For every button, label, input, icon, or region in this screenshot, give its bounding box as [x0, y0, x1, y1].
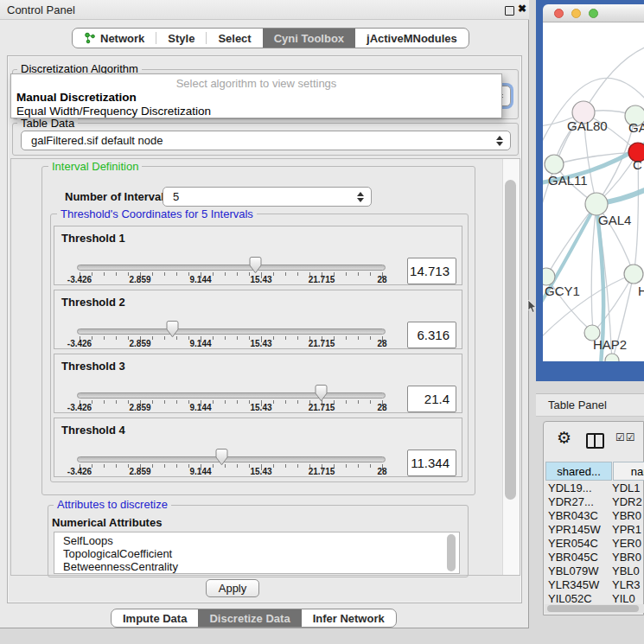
slider-scale-label: 21.715	[302, 275, 341, 284]
slider-tick	[273, 400, 274, 404]
split-columns-icon[interactable]	[586, 433, 604, 449]
table-data-selected-value: galFiltered.sif default node	[22, 134, 493, 147]
desktop: Control Panel ✖ NetworkStyleSelectCyni T…	[0, 0, 644, 644]
slider-scale-label: 2.859	[120, 275, 160, 284]
combo-arrows-icon	[354, 192, 367, 202]
node-label-gcy1: GCY1	[545, 284, 580, 298]
cell-name: YPR1	[612, 523, 641, 536]
node-label-gal11: GAL11	[548, 173, 588, 188]
table-row[interactable]: YIL052CYIL0	[545, 592, 644, 603]
tab-discretize-data[interactable]: Discretize Data	[198, 609, 301, 627]
threshold-2-panel: Threshold 2-3.4262.8599.14415.4321.71528…	[54, 290, 462, 349]
tab-impute-data[interactable]: Impute Data	[112, 609, 198, 627]
slider-scale-label: 9.144	[181, 467, 220, 476]
threshold-4-panel: Threshold 4-3.4262.8599.14415.4321.71528…	[54, 418, 462, 477]
table-panel-window: ⚙ ☑☑ shared... name YDL19...YDL1YDR27...…	[543, 421, 644, 615]
threshold-3-slider-track[interactable]	[77, 392, 386, 399]
column-header-name[interactable]: name	[613, 462, 644, 481]
slider-tick	[176, 272, 177, 276]
table-row[interactable]: YDR27...YDR2	[545, 495, 644, 509]
table-data-group-label: Table Data	[17, 118, 78, 130]
combo-arrows-icon	[493, 136, 507, 146]
slider-scale-label: -3.426	[60, 467, 99, 476]
node-bottom[interactable]	[605, 354, 619, 361]
slider-tick	[358, 400, 359, 404]
tab-jactivemnodules[interactable]: jActiveMNodules	[355, 29, 469, 48]
mouse-cursor-icon	[527, 300, 538, 314]
dropdown-option-equal-width-frequency[interactable]: Equal Width/Frequency Discretization	[16, 105, 211, 118]
float-window-icon[interactable]	[505, 6, 514, 16]
attribute-item-topologicalcoefficient[interactable]: TopologicalCoefficient	[54, 547, 459, 560]
cell-shared-name: YER054C	[545, 537, 612, 551]
close-icon[interactable]: ✖	[518, 3, 526, 15]
tab-network[interactable]: Network	[73, 29, 156, 48]
slider-tick	[346, 400, 347, 404]
tab-cyni-toolbox[interactable]: Cyni Toolbox	[263, 29, 355, 48]
slider-tick	[273, 336, 274, 340]
attribute-item-selfloops[interactable]: SelfLoops	[54, 532, 459, 547]
table-hscrollbar-track[interactable]	[545, 604, 644, 613]
slider-tick	[358, 464, 359, 468]
threshold-1-slider-thumb[interactable]	[249, 256, 262, 274]
tab-select[interactable]: Select	[207, 29, 262, 48]
network-canvas[interactable]: GAL80GACGAL11GAL4GCY1HHAP2	[543, 22, 644, 361]
minimize-traffic-light-icon[interactable]	[571, 9, 581, 18]
dropdown-option-manual-discretization[interactable]: Manual Discretization	[16, 91, 137, 104]
gal11-node[interactable]	[545, 155, 564, 174]
main-scrollbar-thumb[interactable]	[505, 180, 516, 500]
threshold-4-slider-track[interactable]	[77, 456, 386, 462]
cyni-mode-tabbar: Impute DataDiscretize DataInfer Network	[111, 609, 397, 628]
slider-tick	[273, 464, 274, 468]
attribute-item-betweennesscentrality[interactable]: BetweennessCentrality	[54, 560, 459, 573]
slider-tick	[334, 400, 335, 404]
tab-label: Cyni Toolbox	[274, 32, 344, 45]
slider-tick	[297, 464, 298, 468]
threshold-2-slider-thumb[interactable]	[166, 320, 179, 338]
column-header-shared-name[interactable]: shared...	[545, 462, 612, 481]
table-row[interactable]: YDL19...YDL1	[545, 481, 644, 495]
table-data-combobox[interactable]: galFiltered.sif default node	[21, 131, 511, 150]
table-hscrollbar-thumb[interactable]	[547, 605, 639, 612]
threshold-3-label: Threshold 3	[61, 360, 125, 373]
threshold-2-value-field[interactable]: 6.316	[407, 322, 456, 348]
slider-tick	[237, 272, 238, 276]
table-row[interactable]: YER054CYER0	[545, 537, 644, 551]
slider-tick	[285, 464, 286, 468]
select-columns-checkboxes-icon[interactable]: ☑☑	[615, 431, 636, 443]
number-of-intervals-combobox[interactable]: 5	[163, 187, 372, 207]
table-row[interactable]: YBR043CYBR0	[545, 509, 644, 523]
slider-tick	[116, 336, 117, 340]
threshold-2-slider-track[interactable]	[77, 328, 386, 335]
node-label-h: H	[638, 284, 644, 298]
threshold-1-value-field[interactable]: 14.713	[407, 258, 456, 284]
table-row[interactable]: YPR145WYPR1	[545, 523, 644, 537]
threshold-3-value-field[interactable]: 21.4	[407, 386, 456, 412]
tab-label: Impute Data	[123, 612, 187, 625]
threshold-1-slider-track[interactable]	[77, 265, 386, 271]
slider-tick	[152, 336, 153, 340]
threshold-4-value-field[interactable]: 11.344	[407, 450, 456, 476]
tab-style[interactable]: Style	[156, 29, 206, 48]
threshold-4-label: Threshold 4	[61, 424, 125, 437]
network-window-titlebar[interactable]	[543, 4, 644, 22]
node-right-h[interactable]	[624, 265, 643, 284]
threshold-4-slider-thumb[interactable]	[215, 448, 228, 466]
tab-infer-network[interactable]: Infer Network	[302, 609, 396, 627]
slider-tick	[297, 336, 298, 340]
slider-scale-label: 21.715	[302, 403, 341, 412]
apply-button[interactable]: Apply	[206, 579, 259, 597]
node-label-gal4: GAL4	[598, 213, 631, 227]
algorithm-dropdown-popup: Select algorithm to view settings Manual…	[10, 73, 502, 118]
node-table-rows: YDL19...YDL1YDR27...YDR2YBR043CYBR0YPR14…	[545, 481, 644, 603]
zoom-traffic-light-icon[interactable]	[589, 9, 598, 18]
table-row[interactable]: YBR045CYBR0	[545, 551, 644, 564]
gcy1-node[interactable]	[543, 268, 555, 285]
close-traffic-light-icon[interactable]	[554, 9, 564, 18]
table-row[interactable]: YLR345WYLR3	[545, 578, 644, 592]
table-row[interactable]: YBL079WYBL0	[545, 564, 644, 578]
slider-tick	[104, 272, 105, 276]
gear-icon[interactable]: ⚙	[557, 430, 571, 446]
attributes-list-scrollbar-thumb[interactable]	[447, 534, 456, 571]
threshold-3-slider-thumb[interactable]	[315, 384, 328, 402]
numerical-attributes-list[interactable]: SelfLoopsTopologicalCoefficientBetweenne…	[54, 532, 460, 574]
